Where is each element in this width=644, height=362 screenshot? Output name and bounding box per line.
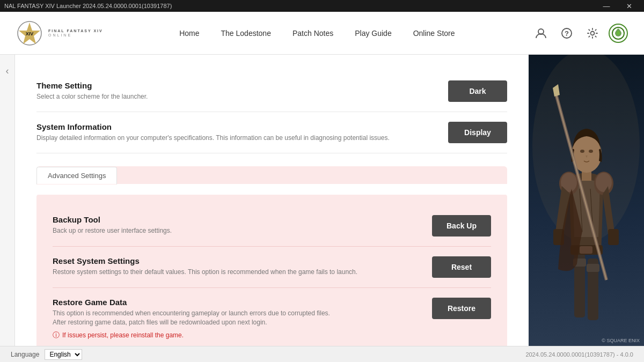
header: XIV FINAL FANTASY XIV ONLINE Home The Lo… <box>0 12 644 55</box>
backup-button[interactable]: Back Up <box>432 215 491 237</box>
app-wrapper: XIV FINAL FANTASY XIV ONLINE Home The Lo… <box>0 12 644 362</box>
settings-icon-button[interactable] <box>583 24 602 43</box>
footer-left: Language English <box>11 349 82 360</box>
reset-settings-desc: Restore system settings to their default… <box>53 268 416 277</box>
advanced-settings-section: Advanced Settings Backup Tool Back up or… <box>36 166 507 346</box>
svg-point-23 <box>589 150 593 153</box>
footer: Language English 2024.05.24.0000.0001(10… <box>0 346 644 362</box>
backup-tool-title: Backup Tool <box>53 215 416 224</box>
svg-text:?: ? <box>565 29 569 38</box>
titlebar: NAL FANTASY XIV Launcher 2024.05.24.0000… <box>0 0 644 12</box>
svg-point-22 <box>580 150 584 153</box>
footer-version: 2024.05.24.0000.0001(10391787) - 4.0.0 <box>525 351 633 358</box>
system-info-desc: Display detailed information on your com… <box>36 134 432 143</box>
nav-home[interactable]: Home <box>179 29 199 38</box>
account-icon-button[interactable] <box>531 24 551 43</box>
restore-button[interactable]: Restore <box>432 298 491 319</box>
nav-lodestone[interactable]: The Lodestone <box>221 29 271 38</box>
restore-data-info: Restore Game Data This option is recomme… <box>53 298 432 340</box>
svg-text:XIV: XIV <box>26 31 34 36</box>
reset-button[interactable]: Reset <box>432 256 491 278</box>
theme-setting-title: Theme Setting <box>36 81 432 90</box>
reset-settings-row: Reset System Settings Restore system set… <box>53 247 491 288</box>
backup-tool-desc: Back up or restore user interface settin… <box>53 226 416 235</box>
restore-data-title: Restore Game Data <box>53 298 416 307</box>
svg-rect-25 <box>580 246 592 254</box>
reset-settings-title: Reset System Settings <box>53 256 416 265</box>
restore-note: ⓘ If issues persist, please reinstall th… <box>53 330 416 340</box>
theme-setting-desc: Select a color scheme for the launcher. <box>36 92 432 101</box>
backup-tool-info: Backup Tool Back up or restore user inte… <box>53 215 432 235</box>
back-arrow-icon: ‹ <box>6 65 9 77</box>
svg-rect-19 <box>608 229 619 245</box>
logo-line2: ONLINE <box>48 33 103 38</box>
advanced-tab-container: Advanced Settings <box>36 166 507 184</box>
active-icon-button[interactable] <box>609 24 628 43</box>
theme-setting-row: Theme Setting Select a color scheme for … <box>36 71 507 112</box>
titlebar-controls: — ✕ <box>596 0 640 12</box>
titlebar-text: NAL FANTASY XIV Launcher 2024.05.24.0000… <box>4 3 172 9</box>
system-info-info: System Information Display detailed info… <box>36 122 448 143</box>
help-icon-button[interactable]: ? <box>557 24 576 43</box>
game-art: © SQUARE ENIX <box>529 55 644 346</box>
advanced-section-body: Backup Tool Back up or restore user inte… <box>36 195 507 346</box>
right-panel: © SQUARE ENIX <box>529 55 644 346</box>
system-info-display-button[interactable]: Display <box>448 122 507 143</box>
backup-tool-row: Backup Tool Back up or restore user inte… <box>53 205 491 247</box>
logo-icon: XIV <box>16 20 43 47</box>
svg-point-6 <box>591 31 595 35</box>
info-icon: ⓘ <box>53 330 60 340</box>
restore-data-row: Restore Game Data This option is recomme… <box>53 288 491 346</box>
theme-dark-button[interactable]: Dark <box>448 80 507 102</box>
main-nav: Home The Lodestone Patch Notes Play Guid… <box>179 29 455 38</box>
character-art-svg <box>529 55 644 346</box>
language-select[interactable]: English <box>45 349 82 360</box>
restore-data-desc1: This option is recommended when encounte… <box>53 309 416 327</box>
system-info-row: System Information Display detailed info… <box>36 112 507 153</box>
theme-setting-info: Theme Setting Select a color scheme for … <box>36 81 448 101</box>
reset-settings-info: Reset System Settings Restore system set… <box>53 256 432 277</box>
nav-play-guide[interactable]: Play Guide <box>355 29 391 38</box>
logo-area: XIV FINAL FANTASY XIV ONLINE <box>16 20 103 47</box>
minimize-button[interactable]: — <box>596 0 617 12</box>
advanced-settings-tab[interactable]: Advanced Settings <box>36 167 117 184</box>
sidebar-arrow[interactable]: ‹ <box>0 55 15 346</box>
header-icons: ? <box>531 24 628 43</box>
nav-patch-notes[interactable]: Patch Notes <box>292 29 333 38</box>
language-label: Language <box>11 351 39 358</box>
main-area: ‹ Theme Setting Select a color scheme fo… <box>0 55 644 346</box>
logo-text: FINAL FANTASY XIV ONLINE <box>48 29 103 37</box>
svg-point-17 <box>596 173 612 192</box>
close-button[interactable]: ✕ <box>618 0 640 12</box>
nav-online-store[interactable]: Online Store <box>413 29 455 38</box>
copyright-text: © SQUARE ENIX <box>602 338 640 343</box>
settings-panel: Theme Setting Select a color scheme for … <box>15 55 529 346</box>
logo-line1: FINAL FANTASY XIV <box>48 29 103 33</box>
svg-rect-13 <box>587 264 599 272</box>
system-info-title: System Information <box>36 122 432 131</box>
